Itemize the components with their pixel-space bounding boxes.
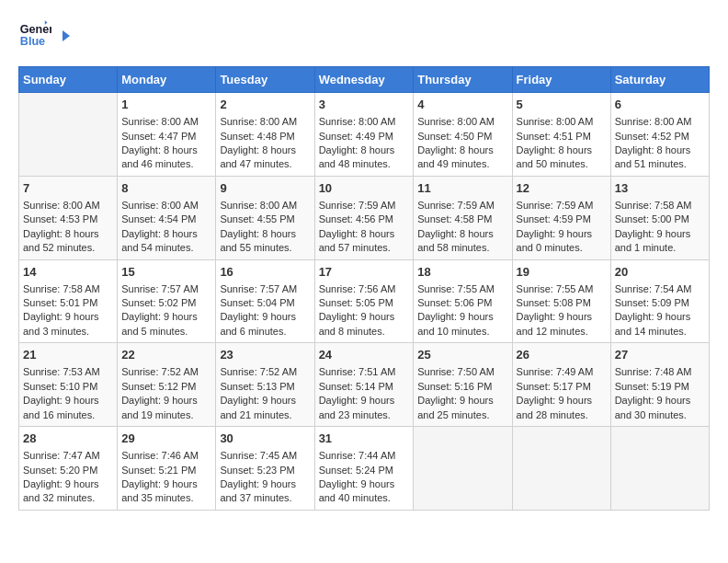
- calendar-cell: 7Sunrise: 8:00 AMSunset: 4:53 PMDaylight…: [19, 176, 118, 259]
- cell-info-line: and 51 minutes.: [615, 157, 705, 171]
- calendar-cell: 18Sunrise: 7:55 AMSunset: 5:06 PMDayligh…: [414, 259, 512, 343]
- cell-info-line: and 54 minutes.: [121, 241, 211, 255]
- day-number: 10: [319, 180, 410, 197]
- cell-info-line: Sunset: 4:52 PM: [615, 130, 705, 144]
- cell-info-line: Daylight: 8 hours: [615, 144, 705, 157]
- cell-info-line: and 46 minutes.: [121, 157, 211, 171]
- day-number: 6: [615, 97, 705, 113]
- cell-info-line: Sunset: 4:48 PM: [220, 130, 310, 144]
- day-number: 2: [220, 97, 310, 113]
- cell-info-line: Sunrise: 7:58 AM: [23, 282, 113, 296]
- cell-info-line: Sunrise: 8:00 AM: [121, 115, 211, 129]
- cell-info-line: and 32 minutes.: [23, 491, 113, 505]
- day-number: 20: [615, 264, 705, 281]
- cell-info-line: Daylight: 8 hours: [517, 144, 607, 157]
- cell-info-line: and 12 minutes.: [517, 325, 607, 339]
- cell-info-line: Daylight: 8 hours: [417, 227, 507, 241]
- cell-info-line: Daylight: 9 hours: [121, 477, 211, 491]
- cell-info-line: Sunset: 5:13 PM: [220, 380, 310, 394]
- cell-info-line: Sunrise: 8:00 AM: [615, 115, 705, 129]
- day-number: 16: [220, 264, 310, 281]
- calendar-cell: 28Sunrise: 7:47 AMSunset: 5:20 PMDayligh…: [19, 427, 118, 511]
- cell-info-line: and 49 minutes.: [417, 157, 507, 171]
- cell-info-line: Daylight: 9 hours: [220, 477, 310, 491]
- calendar-cell: 11Sunrise: 7:59 AMSunset: 4:58 PMDayligh…: [414, 176, 512, 259]
- weekday-header-saturday: Saturday: [610, 67, 709, 93]
- cell-info-line: Sunrise: 8:00 AM: [319, 115, 410, 129]
- cell-info-line: Daylight: 9 hours: [615, 227, 705, 241]
- logo-arrow-icon: [57, 29, 72, 43]
- cell-info-line: Sunrise: 7:53 AM: [23, 365, 113, 379]
- calendar-cell: [414, 427, 512, 511]
- cell-info-line: Daylight: 9 hours: [220, 310, 310, 324]
- cell-info-line: Sunrise: 8:00 AM: [220, 115, 310, 129]
- cell-info-line: Daylight: 9 hours: [517, 310, 607, 324]
- cell-info-line: Sunrise: 7:45 AM: [220, 449, 310, 463]
- cell-info-line: Sunset: 5:09 PM: [615, 296, 705, 310]
- cell-info-line: Sunset: 5:06 PM: [417, 296, 507, 310]
- cell-info-line: Daylight: 9 hours: [417, 394, 507, 408]
- day-number: 23: [220, 347, 310, 363]
- cell-info-line: Sunset: 4:49 PM: [319, 130, 410, 144]
- day-number: 22: [121, 347, 211, 363]
- cell-info-line: Daylight: 9 hours: [121, 310, 211, 324]
- cell-info-line: and 50 minutes.: [517, 157, 607, 171]
- weekday-header-tuesday: Tuesday: [216, 67, 314, 93]
- cell-info-line: Daylight: 8 hours: [319, 144, 410, 157]
- day-number: 29: [121, 431, 211, 447]
- day-number: 8: [121, 180, 211, 197]
- cell-info-line: and 21 minutes.: [220, 408, 310, 422]
- cell-info-line: Sunset: 5:17 PM: [517, 380, 607, 394]
- cell-info-line: and 47 minutes.: [220, 157, 310, 171]
- cell-info-line: Sunset: 4:54 PM: [121, 213, 211, 226]
- day-number: 7: [23, 180, 113, 197]
- cell-info-line: Daylight: 9 hours: [615, 310, 705, 324]
- calendar-cell: 8Sunrise: 8:00 AMSunset: 4:54 PMDaylight…: [118, 176, 216, 259]
- weekday-header-friday: Friday: [512, 67, 610, 93]
- calendar-cell: 1Sunrise: 8:00 AMSunset: 4:47 PMDaylight…: [118, 93, 216, 177]
- weekday-header-sunday: Sunday: [19, 67, 118, 93]
- calendar-cell: 24Sunrise: 7:51 AMSunset: 5:14 PMDayligh…: [314, 343, 414, 427]
- calendar-week-row: 28Sunrise: 7:47 AMSunset: 5:20 PMDayligh…: [19, 427, 710, 511]
- cell-info-line: Daylight: 9 hours: [23, 394, 113, 408]
- calendar-cell: 27Sunrise: 7:48 AMSunset: 5:19 PMDayligh…: [610, 343, 709, 427]
- calendar-cell: [610, 427, 709, 511]
- cell-info-line: Sunset: 5:14 PM: [319, 380, 410, 394]
- cell-info-line: Daylight: 9 hours: [319, 394, 410, 408]
- calendar-cell: 23Sunrise: 7:52 AMSunset: 5:13 PMDayligh…: [216, 343, 314, 427]
- day-number: 15: [121, 264, 211, 281]
- cell-info-line: and 57 minutes.: [319, 241, 410, 255]
- cell-info-line: Sunrise: 7:55 AM: [417, 282, 507, 296]
- weekday-header-thursday: Thursday: [414, 67, 512, 93]
- cell-info-line: Daylight: 8 hours: [319, 227, 410, 241]
- calendar-cell: [512, 427, 610, 511]
- cell-info-line: Sunset: 4:51 PM: [517, 130, 607, 144]
- day-number: 30: [220, 431, 310, 447]
- cell-info-line: Daylight: 8 hours: [121, 227, 211, 241]
- cell-info-line: Sunset: 5:23 PM: [220, 464, 310, 477]
- cell-info-line: Daylight: 9 hours: [517, 227, 607, 241]
- cell-info-line: Daylight: 9 hours: [121, 394, 211, 408]
- day-number: 18: [417, 264, 507, 281]
- cell-info-line: Sunset: 5:24 PM: [319, 464, 410, 477]
- cell-info-line: and 58 minutes.: [417, 241, 507, 255]
- cell-info-line: Daylight: 8 hours: [23, 227, 113, 241]
- day-number: 28: [23, 431, 113, 447]
- calendar-cell: 15Sunrise: 7:57 AMSunset: 5:02 PMDayligh…: [118, 259, 216, 343]
- svg-text:Blue: Blue: [20, 35, 45, 48]
- cell-info-line: Daylight: 9 hours: [319, 477, 410, 491]
- day-number: 19: [517, 264, 607, 281]
- cell-info-line: Sunset: 5:02 PM: [121, 296, 211, 310]
- day-number: 27: [615, 347, 705, 363]
- day-number: 11: [417, 180, 507, 197]
- cell-info-line: Daylight: 8 hours: [417, 144, 507, 157]
- cell-info-line: Sunset: 5:19 PM: [615, 380, 705, 394]
- calendar-cell: 2Sunrise: 8:00 AMSunset: 4:48 PMDaylight…: [216, 93, 314, 177]
- calendar-cell: 22Sunrise: 7:52 AMSunset: 5:12 PMDayligh…: [118, 343, 216, 427]
- day-number: 25: [417, 347, 507, 363]
- cell-info-line: Sunrise: 7:56 AM: [319, 282, 410, 296]
- day-number: 26: [517, 347, 607, 363]
- cell-info-line: Daylight: 9 hours: [517, 394, 607, 408]
- cell-info-line: Sunset: 4:56 PM: [319, 213, 410, 226]
- cell-info-line: and 14 minutes.: [615, 325, 705, 339]
